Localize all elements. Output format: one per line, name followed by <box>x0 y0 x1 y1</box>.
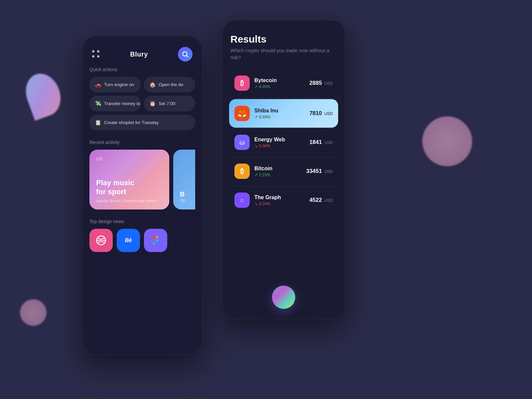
bitcoin-price-unit: USD <box>325 169 333 174</box>
shiba-trend-arrow: ↗ <box>254 115 258 119</box>
results-subtitle: Which crypto should you trade now withou… <box>230 47 337 61</box>
action-shoplist[interactable]: 📋 Create shoplist for Tuesday <box>89 115 195 130</box>
crypto-list: ₿ Bytecoin ↗ 4.05% 2885 USD 🦊 Shiba Inu <box>230 70 337 279</box>
figma-button[interactable] <box>144 229 167 252</box>
bytecoin-trend-arrow: ↗ <box>254 84 258 89</box>
bytecoin-icon: ₿ <box>234 75 250 91</box>
crypto-item-graph[interactable]: ○ The Graph ↘ 3.34% 4522 USD <box>230 187 337 213</box>
behance-button[interactable]: Bē <box>117 229 140 252</box>
bitcoin-price-num: 33451 <box>306 168 322 174</box>
bitcoin-info: Bitcoin ↗ 2.15% <box>254 166 302 177</box>
decorative-blob-teardrop <box>20 69 66 121</box>
crypto-item-bytecoin[interactable]: ₿ Bytecoin ↗ 4.05% 2885 USD <box>230 70 337 96</box>
left-phone: Blury Quick actions 🚗 Turn engine on 🏠 O… <box>82 36 202 355</box>
energy-change: ↘ 6.08% <box>254 144 305 148</box>
graph-trend-arrow: ↘ <box>254 201 258 206</box>
action-text-door: Open the do <box>159 82 183 87</box>
phone-content: Quick actions 🚗 Turn engine on 🏠 Open th… <box>83 67 202 355</box>
dribbble-button[interactable] <box>89 229 113 252</box>
news-icons: Bē <box>89 229 195 252</box>
shiba-price-num: 7810 <box>309 110 322 116</box>
right-phone: Results Which crypto should you trade no… <box>222 20 345 319</box>
shiba-price-unit: USD <box>325 111 333 116</box>
menu-button[interactable] <box>92 50 100 58</box>
action-text-shoplist: Create shoplist for Tuesday <box>104 120 159 125</box>
bytecoin-change: ↗ 4.05% <box>254 84 305 89</box>
quick-actions-title: Quick actions <box>89 67 195 72</box>
bitcoin-name: Bitcoin <box>254 166 302 172</box>
activity-cards: 1/3 Play musicfor sport Appollo Brown, E… <box>89 150 195 209</box>
behance-label: Bē <box>125 237 132 243</box>
search-button[interactable] <box>178 47 193 62</box>
graph-change-value: 3.34% <box>259 201 270 206</box>
energy-price: 1841 USD <box>309 139 333 146</box>
shiba-price: 7810 USD <box>309 110 333 117</box>
top-news-section: Top design news Bē <box>89 219 195 252</box>
graph-icon: ○ <box>234 193 250 208</box>
action-text-transfer: Transfer money to... <box>104 101 141 106</box>
card-counter: 1/3 <box>96 156 163 161</box>
energy-price-unit: USD <box>325 140 333 145</box>
shiba-icon: 🦊 <box>234 106 250 121</box>
energy-change-value: 6.08% <box>259 144 270 148</box>
bitcoin-price: 33451 USD <box>306 168 333 175</box>
crypto-item-energy[interactable]: ω Energy Web ↘ 6.08% 1841 USD <box>230 129 337 155</box>
bitcoin-icon: ₿ <box>234 164 250 179</box>
action-text-engine: Turn engine on <box>104 82 134 87</box>
clipboard-emoji: 📋 <box>95 119 101 126</box>
energy-info: Energy Web ↘ 6.08% <box>254 137 305 148</box>
shiba-info: Shiba Inu ↗ 8.69% <box>254 108 305 119</box>
activity-card-secondary[interactable]: B Op <box>173 150 195 209</box>
results-title: Results <box>230 34 337 45</box>
bytecoin-change-value: 4.05% <box>259 84 270 89</box>
action-turn-engine[interactable]: 🚗 Turn engine on <box>89 77 141 92</box>
action-open-door[interactable]: 🏠 Open the do <box>144 77 195 92</box>
graph-price: 4522 USD <box>309 197 333 203</box>
svg-rect-6 <box>152 242 155 245</box>
card-secondary-label: B <box>180 191 195 198</box>
quick-actions-grid: 🚗 Turn engine on 🏠 Open the do 💸 Transfe… <box>89 77 195 130</box>
svg-line-1 <box>187 56 188 57</box>
decorative-blob-pink-large <box>422 116 472 166</box>
svg-rect-4 <box>156 236 159 239</box>
crypto-item-bitcoin[interactable]: ₿ Bitcoin ↗ 2.15% 33451 USD <box>230 158 337 184</box>
crypto-item-shiba[interactable]: 🦊 Shiba Inu ↗ 8.69% 7810 USD <box>229 99 338 128</box>
activity-card-music[interactable]: 1/3 Play musicfor sport Appollo Brown, E… <box>89 150 169 209</box>
graph-change: ↘ 3.34% <box>254 201 305 206</box>
bytecoin-info: Bytecoin ↗ 4.05% <box>254 77 305 89</box>
divider-3 <box>230 157 337 158</box>
divider-2 <box>230 128 337 129</box>
svg-rect-5 <box>152 239 155 242</box>
energy-name: Energy Web <box>254 137 305 143</box>
divider-4 <box>230 186 337 187</box>
energy-price-num: 1841 <box>309 139 322 145</box>
energy-icon: ω <box>234 135 250 150</box>
card-secondary-action: Op <box>180 198 195 203</box>
car-emoji: 🚗 <box>95 81 101 88</box>
bitcoin-change: ↗ 2.15% <box>254 173 302 177</box>
action-text-alarm: Set 7:00 <box>159 101 175 106</box>
shiba-change-value: 8.69% <box>259 115 270 119</box>
decorative-blob-pink-small <box>20 299 47 326</box>
bytecoin-price: 2885 USD <box>309 80 333 86</box>
graph-name: The Graph <box>254 195 305 200</box>
energy-trend-arrow: ↘ <box>254 144 258 148</box>
house-emoji: 🏠 <box>149 81 156 88</box>
money-emoji: 💸 <box>95 100 101 107</box>
alarm-emoji: ⏰ <box>149 100 156 107</box>
bytecoin-name: Bytecoin <box>254 77 305 83</box>
phone-header: Blury <box>83 36 202 67</box>
graph-info: The Graph ↘ 3.34% <box>254 195 305 206</box>
bitcoin-change-value: 2.15% <box>259 173 270 177</box>
card-subtitle-music: Appollo Brown, Eminem and other's <box>96 199 163 203</box>
shiba-name: Shiba Inu <box>254 108 305 114</box>
graph-price-num: 4522 <box>309 197 322 203</box>
recent-activity-title: Recent activity <box>89 140 195 145</box>
svg-point-7 <box>156 239 159 242</box>
action-transfer-money[interactable]: 💸 Transfer money to... <box>89 96 141 111</box>
quick-actions-section: Quick actions 🚗 Turn engine on 🏠 Open th… <box>89 67 195 130</box>
siri-assistant-ball[interactable] <box>272 286 295 309</box>
recent-activity-section: Recent activity 1/3 Play musicfor sport … <box>89 140 195 209</box>
action-set-alarm[interactable]: ⏰ Set 7:00 <box>144 96 195 111</box>
bytecoin-price-unit: USD <box>325 81 333 86</box>
